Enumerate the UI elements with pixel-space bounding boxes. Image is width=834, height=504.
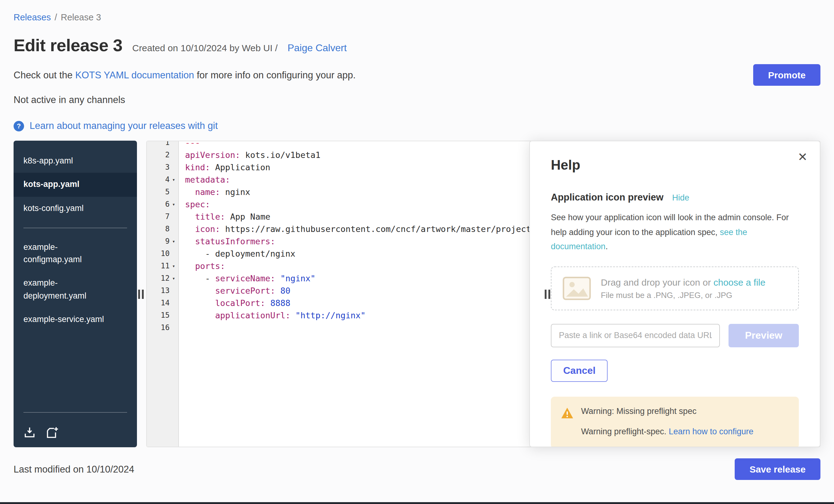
- line-number: 4: [165, 175, 170, 184]
- gutter-line: 2: [147, 149, 179, 161]
- line-number: 6: [165, 200, 170, 209]
- file-item[interactable]: example-configmap.yaml: [14, 236, 137, 272]
- image-placeholder-icon: [563, 276, 591, 301]
- title-row: Edit release 3 Created on 10/10/2024 by …: [14, 36, 820, 56]
- sidebar-group-divider: [23, 228, 127, 228]
- window-bottom-edge: [0, 502, 834, 504]
- fold-toggle-icon[interactable]: ▾: [170, 238, 178, 244]
- file-item[interactable]: kots-config.yaml: [14, 196, 137, 220]
- intro-row: Check out the KOTS YAML documentation fo…: [14, 64, 820, 86]
- icon-preview-title: Application icon preview: [551, 192, 663, 203]
- file-item[interactable]: k8s-app.yaml: [14, 149, 137, 173]
- editor-workspace: k8s-app.yamlkots-app.yamlkots-config.yam…: [14, 141, 820, 447]
- help-description-period: .: [606, 242, 608, 251]
- line-number: 1: [165, 141, 170, 147]
- release-editor-page: Releases/Release 3 Edit release 3 Create…: [0, 0, 834, 502]
- pane-resize-handle-right[interactable]: [545, 289, 550, 299]
- preflight-configure-link[interactable]: Learn how to configure: [669, 427, 753, 436]
- help-description-text: See how your application icon will look …: [551, 213, 789, 237]
- file-list: k8s-app.yamlkots-app.yamlkots-config.yam…: [14, 149, 137, 331]
- fold-toggle-icon[interactable]: ▾: [170, 276, 178, 281]
- warning-detail: Warning preflight-spec.: [581, 427, 669, 436]
- footer: Last modified on 10/10/2024 Save release: [14, 458, 820, 480]
- line-number: 7: [165, 212, 170, 221]
- gutter-line: 7: [147, 210, 179, 223]
- help-description: See how your application icon will look …: [551, 210, 799, 254]
- file-type-hint: File must be a .PNG, .JPEG, or .JPG: [601, 290, 766, 300]
- line-number: 9: [165, 237, 170, 245]
- sidebar-bottom: [14, 405, 137, 447]
- sidebar-divider: [23, 412, 127, 413]
- hide-link[interactable]: Hide: [672, 193, 689, 202]
- breadcrumb-separator: /: [54, 12, 57, 22]
- line-number: 8: [165, 224, 170, 233]
- created-by-link[interactable]: Paige Calvert: [287, 43, 347, 54]
- warning-text: Warning: Missing preflight spec Warning …: [581, 407, 753, 436]
- help-panel-title: Help: [551, 157, 799, 173]
- gutter-line: 14: [147, 297, 179, 309]
- gutter-line: 4▾: [147, 173, 179, 186]
- docs-hint-prefix: Check out the: [14, 69, 75, 80]
- gutter-line: 16: [147, 322, 179, 334]
- icon-dropzone[interactable]: Drag and drop your icon or choose a file…: [551, 266, 799, 310]
- app-root: Releases/Release 3 Edit release 3 Create…: [0, 0, 834, 504]
- warning-title: Warning: Missing preflight spec: [581, 407, 753, 416]
- line-number: 3: [165, 163, 170, 172]
- gutter-line: 10: [147, 247, 179, 260]
- pane-resize-handle-left[interactable]: [138, 289, 144, 299]
- git-help-row: ? Learn about managing your releases wit…: [14, 120, 820, 131]
- file-item[interactable]: kots-app.yaml: [14, 173, 137, 197]
- help-circle-icon: ?: [14, 120, 24, 131]
- gutter-line: 6▾: [147, 198, 179, 210]
- line-number: 14: [161, 299, 170, 307]
- channel-status: Not active in any channels: [14, 94, 820, 106]
- docs-hint-suffix: for more info on configuring your app.: [194, 69, 356, 80]
- line-number: 13: [161, 286, 170, 295]
- gutter-line: 15: [147, 309, 179, 322]
- file-sidebar: k8s-app.yamlkots-app.yamlkots-config.yam…: [14, 141, 137, 447]
- fold-toggle-icon[interactable]: ▾: [170, 263, 178, 269]
- warning-box: Warning: Missing preflight spec Warning …: [551, 397, 799, 447]
- line-number: 12: [161, 274, 170, 283]
- created-text: Created on 10/10/2024 by Web UI /: [132, 43, 278, 53]
- warning-icon: [561, 407, 574, 436]
- upload-file-icon[interactable]: [23, 426, 36, 439]
- gutter-line: 1: [147, 141, 179, 149]
- line-number: 2: [165, 151, 170, 159]
- cancel-button[interactable]: Cancel: [551, 360, 608, 382]
- gutter-line: 13: [147, 284, 179, 297]
- page-title: Edit release 3: [14, 36, 123, 56]
- editor-gutter: 1234▾56▾789▾1011▾12▾13141516: [147, 141, 179, 334]
- icon-url-row: Preview: [551, 324, 799, 347]
- breadcrumb: Releases/Release 3: [14, 12, 820, 22]
- fold-toggle-icon[interactable]: ▾: [170, 201, 178, 207]
- sidebar-actions: [14, 420, 137, 447]
- file-item[interactable]: example-service.yaml: [14, 308, 137, 332]
- gutter-line: 8: [147, 223, 179, 235]
- preview-button[interactable]: Preview: [728, 324, 799, 347]
- icon-url-input[interactable]: [551, 324, 720, 347]
- breadcrumb-releases-link[interactable]: Releases: [14, 12, 51, 22]
- choose-file-link[interactable]: choose a file: [714, 277, 765, 287]
- gutter-line: 9▾: [147, 235, 179, 247]
- gutter-line: 11▾: [147, 260, 179, 272]
- line-number: 16: [161, 323, 170, 332]
- line-number: 15: [161, 311, 170, 320]
- close-icon[interactable]: ✕: [797, 150, 808, 164]
- gutter-line: 3: [147, 161, 179, 173]
- line-number: 11: [161, 262, 170, 270]
- fold-toggle-icon[interactable]: ▾: [170, 177, 178, 182]
- dropzone-text: Drag and drop your icon or choose a file…: [601, 277, 766, 300]
- line-number: 10: [161, 249, 170, 258]
- breadcrumb-current: Release 3: [61, 12, 101, 22]
- drop-instruction: Drag and drop your icon or: [601, 277, 714, 287]
- new-file-icon[interactable]: [46, 426, 59, 439]
- file-item[interactable]: example-deployment.yaml: [14, 272, 137, 308]
- last-modified-text: Last modified on 10/10/2024: [14, 464, 134, 475]
- help-panel: ✕ Help Application icon preview Hide See…: [529, 141, 820, 447]
- gutter-line: 5: [147, 186, 179, 198]
- kots-yaml-docs-link[interactable]: KOTS YAML documentation: [75, 69, 194, 80]
- save-release-button[interactable]: Save release: [735, 458, 820, 480]
- git-releases-link[interactable]: Learn about managing your releases with …: [29, 120, 218, 131]
- promote-button[interactable]: Promote: [753, 64, 820, 86]
